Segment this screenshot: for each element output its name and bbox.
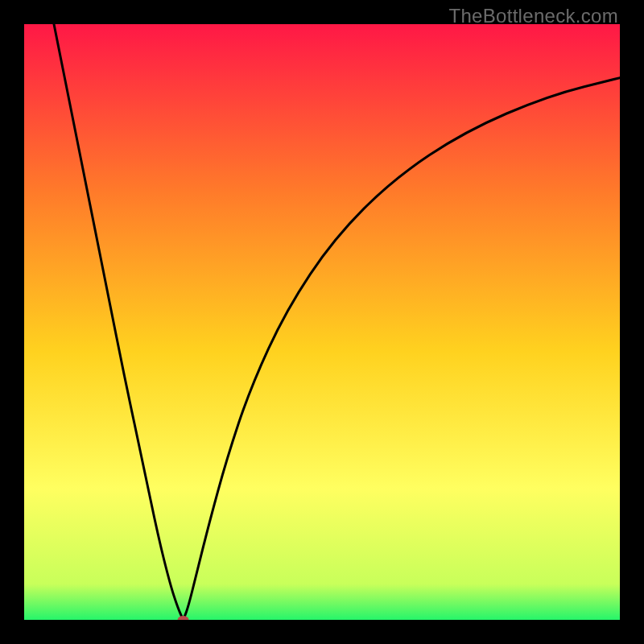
chart-frame [24,24,620,620]
bottleneck-chart [24,24,620,620]
